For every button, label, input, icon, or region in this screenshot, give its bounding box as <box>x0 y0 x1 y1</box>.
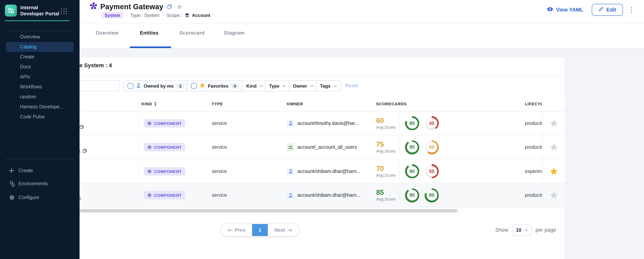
owner-dropdown-label: Owner <box>293 83 307 88</box>
scorecard-gauge[interactable]: 40 <box>424 116 439 130</box>
copy-id-icon[interactable] <box>82 149 87 153</box>
arrow-right-icon <box>288 228 292 232</box>
owned-by-me-checkbox[interactable] <box>128 83 133 89</box>
sidebar-item-workflows[interactable]: Workflows <box>0 82 80 92</box>
tab-overview[interactable]: Overview <box>96 30 118 36</box>
star-icon <box>200 82 205 89</box>
copy-title-icon[interactable] <box>167 4 172 9</box>
table-row: User Management ID:user_management_01 CO… <box>8 135 565 160</box>
brand: Internal Developer Portal <box>5 4 60 17</box>
next-page-button[interactable]: Next <box>268 224 299 236</box>
sidebar-item-apis[interactable]: APIs <box>0 72 80 82</box>
owner-dropdown[interactable]: Owner <box>288 80 318 92</box>
eye-icon <box>547 7 553 13</box>
favorites-label: Favorites <box>208 83 228 88</box>
avg-score-value: 60 <box>376 117 396 124</box>
score-divider <box>399 116 400 130</box>
pagination: Prev 1 Next <box>221 224 299 236</box>
sticky-favorite-column <box>542 96 565 208</box>
sidebar-item-code-pulse[interactable]: Code Pulse <box>0 112 80 122</box>
brand-divider <box>5 20 69 21</box>
tab-diagram[interactable]: Diagram <box>224 30 244 36</box>
row-favorite-star-icon[interactable] <box>550 143 558 151</box>
scorecard-gauge[interactable]: 90 <box>405 140 419 154</box>
owner-text: account/timothy.davis@har... <box>298 120 359 126</box>
kind-dropdown-label: Kind <box>246 83 256 88</box>
reset-filters-button[interactable]: Reset <box>345 83 358 88</box>
scorecard-gauge[interactable]: 50 <box>424 164 439 178</box>
favorites-filter[interactable]: Favorites 0 <box>187 80 243 92</box>
scorecard-gauge[interactable]: 80 <box>424 188 439 202</box>
tags-dropdown[interactable]: Tags <box>316 80 341 92</box>
owner-text: account/shibam.dhar@harn... <box>298 192 360 198</box>
sidebar-item-create[interactable]: Create <box>0 52 80 62</box>
page-number-current[interactable]: 1 <box>252 224 268 236</box>
chevron-down-icon <box>260 85 263 87</box>
scorecard-gauge[interactable]: 60 <box>424 140 439 154</box>
row-favorite-star-icon[interactable] <box>550 119 558 127</box>
row-favorite-star-icon[interactable] <box>550 167 558 175</box>
breadcrumb-scope-label: Scope : <box>166 12 182 18</box>
sidebar-item-docs[interactable]: Docs <box>0 62 80 72</box>
sidebar-item-harness-developer[interactable]: Harness Develope... <box>0 102 80 112</box>
table-row: remote-system ID:remote_service_01 COMPO… <box>8 183 565 208</box>
score-divider <box>399 140 400 154</box>
account-scope-icon <box>185 12 190 18</box>
page-size-select[interactable]: 10 <box>512 224 532 236</box>
column-label: SCORECARDS <box>376 102 407 106</box>
kind-badge: COMPONENT <box>144 143 185 152</box>
scorecard-gauge[interactable]: 90 <box>405 164 419 178</box>
favorites-checkbox[interactable] <box>191 83 197 89</box>
sidebar-item-configure[interactable]: Configure <box>0 192 80 203</box>
breadcrumb-scope-value: Account <box>192 12 210 18</box>
kind-badge: COMPONENT <box>144 191 185 200</box>
scorecards-cell: 70Avg Score 90 50 <box>376 160 522 183</box>
view-yaml-button[interactable]: View YAML <box>547 7 583 13</box>
column-label: TYPE <box>212 102 223 106</box>
owner-cell: account/shibam.dhar@harn... <box>282 191 376 199</box>
chevron-down-icon <box>334 85 337 87</box>
row-favorite-star-icon[interactable] <box>550 191 558 199</box>
favorite-title-star-icon[interactable] <box>176 4 182 10</box>
edit-label: Edit <box>606 7 616 13</box>
sidebar-item-label: Configure <box>18 195 39 200</box>
copy-id-icon[interactable] <box>79 125 84 129</box>
type-cell: service <box>207 168 282 174</box>
tab-entities[interactable]: Entities <box>140 30 158 36</box>
sidebar-item-random[interactable]: random <box>0 92 80 102</box>
kind-badge: COMPONENT <box>144 167 185 176</box>
brand-logo-icon <box>5 4 17 16</box>
edit-button[interactable]: Edit <box>592 4 623 16</box>
type-dropdown[interactable]: Type <box>265 80 290 92</box>
scorecard-gauge[interactable]: 80 <box>405 116 419 130</box>
sidebar-item-create-new[interactable]: Create <box>0 165 80 176</box>
page-size-control: Show 10 per page <box>495 224 556 236</box>
owner-group-icon <box>287 143 294 151</box>
avg-score-label: Avg Score <box>376 149 396 153</box>
system-kind-chip: System <box>102 12 123 18</box>
more-options-kebab-icon[interactable] <box>629 5 634 14</box>
tab-scorecard[interactable]: Scorecard <box>180 30 204 36</box>
scorecards-cell: 60Avg Score 80 40 <box>376 112 522 135</box>
scorecard-gauge[interactable]: 90 <box>405 188 419 202</box>
owned-by-me-count: 3 <box>176 83 184 89</box>
sidebar-item-catalog[interactable]: Catalog <box>6 42 74 52</box>
kind-badge: COMPONENT <box>144 119 185 128</box>
owned-by-me-filter[interactable]: Owned by me 3 <box>123 80 188 92</box>
breadcrumb: System · Type : System · Scope : Account <box>102 12 210 18</box>
kind-dropdown[interactable]: Kind <box>242 80 267 92</box>
sidebar-item-overview[interactable]: Overview <box>0 32 80 42</box>
panel-divider <box>8 76 565 76</box>
column-header-kind[interactable]: KIND <box>139 96 207 111</box>
score-divider <box>399 188 400 202</box>
kind-label: COMPONENT <box>154 169 182 174</box>
arrow-left-icon <box>228 228 232 232</box>
type-dropdown-label: Type <box>269 83 279 88</box>
prev-page-button[interactable]: Prev <box>221 224 252 236</box>
sidebar-item-label: Environments <box>18 181 48 186</box>
prev-label: Prev <box>235 227 246 233</box>
sidebar-item-environments[interactable]: Environments <box>0 178 80 189</box>
sidebar-nav: Overview Catalog Create Docs APIs Workfl… <box>0 32 80 122</box>
app-grid-icon[interactable] <box>61 8 67 14</box>
type-cell: service <box>207 192 282 198</box>
